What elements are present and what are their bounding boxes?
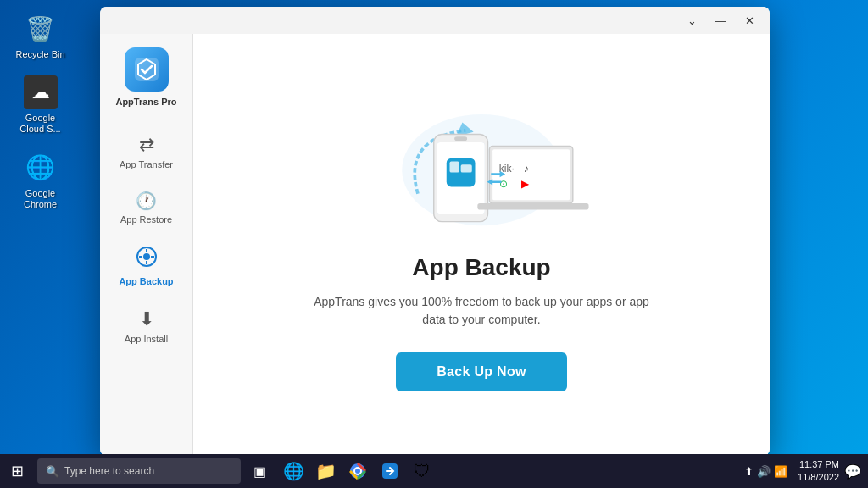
restore-down-button[interactable]: ⌄	[678, 10, 705, 30]
svg-rect-12	[454, 136, 467, 141]
title-bar-controls: ⌄ — ✕	[678, 10, 763, 30]
sidebar-item-app-install[interactable]: ⬇ App Install	[100, 298, 192, 355]
google-cloud-label: Google Cloud S...	[12, 113, 69, 135]
taskbar-search-icon: 🔍	[46, 465, 59, 478]
google-chrome-icon: 🌐	[24, 151, 58, 185]
desktop-icon-google-chrome[interactable]: 🌐 Google Chrome	[8, 147, 72, 214]
taskbar-search-placeholder: Type here to search	[64, 465, 154, 477]
minimize-button[interactable]: —	[707, 10, 734, 30]
svg-rect-14	[450, 161, 459, 172]
taskbar-tray: ⬆ 🔊 📶 11:37 PM 11/8/2022 💬	[744, 458, 868, 485]
svg-rect-3	[146, 249, 147, 252]
taskbar-edge-icon[interactable]: 🌐	[278, 454, 309, 488]
tray-volume-icon[interactable]: 🔊	[757, 465, 771, 478]
google-cloud-icon: ☁	[24, 75, 58, 109]
svg-rect-4	[146, 261, 147, 264]
app-transfer-icon: ⇄	[139, 134, 154, 156]
sidebar-item-app-backup[interactable]: App Backup	[100, 236, 192, 297]
svg-rect-18	[477, 203, 588, 210]
app-name: AppTrans Pro	[115, 97, 176, 107]
taskbar-file-explorer-icon[interactable]: 📁	[310, 454, 341, 488]
window-content: AppTrans Pro ⇄ App Transfer 🕐 App Restor…	[100, 34, 770, 456]
page-title: App Backup	[412, 254, 550, 281]
svg-text:▶: ▶	[521, 178, 530, 190]
svg-text:⊙: ⊙	[499, 178, 508, 190]
svg-text:♪: ♪	[524, 163, 529, 175]
app-backup-label: App Backup	[119, 276, 173, 287]
recycle-bin-label: Recycle Bin	[15, 49, 64, 60]
taskbar-search-bar[interactable]: 🔍 Type here to search	[37, 458, 241, 484]
svg-point-27	[355, 469, 360, 474]
page-description: AppTrans gives you 100% freedom to back …	[303, 293, 659, 329]
close-button[interactable]: ✕	[736, 10, 763, 30]
start-button[interactable]: ⊞	[0, 454, 34, 488]
tray-network-icon[interactable]: 📶	[774, 465, 787, 478]
back-up-now-button[interactable]: Back Up Now	[396, 352, 567, 391]
svg-rect-6	[151, 256, 154, 258]
app-install-label: App Install	[125, 334, 168, 345]
sidebar-item-app-restore[interactable]: 🕐 App Restore	[100, 180, 192, 236]
svg-rect-5	[139, 256, 142, 258]
svg-rect-17	[492, 149, 570, 200]
svg-rect-15	[461, 164, 472, 172]
hero-illustration: kik· ♪ ⊙ ▶	[354, 98, 609, 234]
title-bar: ⌄ — ✕	[100, 7, 770, 34]
recycle-bin-icon: 🗑️	[24, 12, 58, 46]
taskbar-chrome-icon[interactable]	[342, 454, 373, 488]
taskbar: ⊞ 🔍 Type here to search ▣ 🌐 📁	[0, 454, 868, 488]
tray-upload-icon[interactable]: ⬆	[744, 465, 754, 478]
taskbar-shield-icon[interactable]: 🛡	[407, 454, 437, 488]
app-restore-icon: 🕐	[136, 191, 157, 211]
taskbar-apps: 🌐 📁 🛡	[278, 454, 437, 488]
app-restore-label: App Restore	[120, 214, 172, 225]
desktop-icons-container: 🗑️ Recycle Bin ☁ Google Cloud S... 🌐 Goo…	[8, 8, 72, 214]
sidebar: AppTrans Pro ⇄ App Transfer 🕐 App Restor…	[100, 34, 193, 456]
sidebar-logo: AppTrans Pro	[115, 47, 176, 107]
app-window: ⌄ — ✕ AppTrans Pro	[100, 7, 770, 456]
tray-clock[interactable]: 11:37 PM 11/8/2022	[798, 458, 839, 485]
app-install-icon: ⬇	[139, 308, 154, 330]
desktop: 🗑️ Recycle Bin ☁ Google Cloud S... 🌐 Goo…	[0, 0, 868, 488]
desktop-icon-recycle-bin[interactable]: 🗑️ Recycle Bin	[8, 8, 72, 64]
google-chrome-label: Google Chrome	[12, 188, 69, 210]
app-transfer-label: App Transfer	[120, 159, 173, 170]
svg-point-2	[143, 253, 150, 260]
taskbar-apptrans-icon[interactable]	[375, 454, 405, 488]
tray-date-value: 11/8/2022	[798, 471, 839, 484]
sidebar-item-app-transfer[interactable]: ⇄ App Transfer	[100, 124, 192, 180]
tray-notification-icon[interactable]: 💬	[844, 463, 861, 480]
task-view-icon: ▣	[253, 463, 266, 480]
app-backup-icon	[136, 246, 158, 273]
app-logo-icon	[125, 47, 169, 92]
tray-time-value: 11:37 PM	[798, 458, 839, 471]
desktop-icon-google-cloud[interactable]: ☁ Google Cloud S...	[8, 72, 72, 138]
tray-icons: ⬆ 🔊 📶	[744, 465, 787, 478]
task-view-button[interactable]: ▣	[244, 454, 275, 488]
main-content-area: kik· ♪ ⊙ ▶ App Backup	[193, 34, 770, 456]
